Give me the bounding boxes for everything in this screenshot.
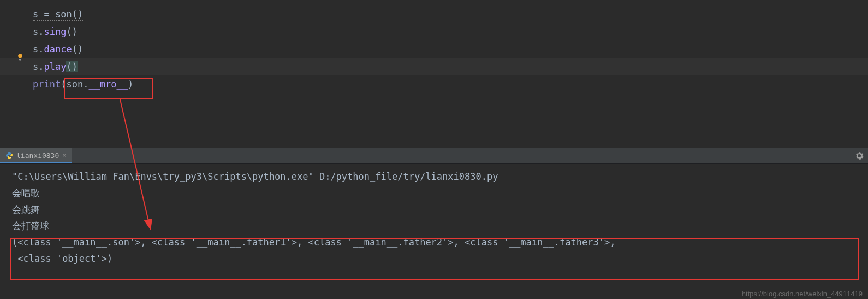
parens: () (72, 44, 83, 55)
dot: . (38, 61, 44, 72)
svg-rect-1 (20, 60, 21, 61)
operator: = (38, 9, 55, 20)
method: sing (44, 26, 67, 37)
parens: () (66, 26, 77, 37)
code-line[interactable]: s.dance() (33, 40, 868, 58)
variable: s (33, 61, 38, 72)
method: play (44, 61, 67, 72)
dot: . (38, 26, 44, 37)
run-tab-bar: lianxi0830 × (0, 148, 868, 164)
parens: () (72, 9, 83, 20)
code-line[interactable]: s = son() (33, 5, 868, 23)
call: son (55, 9, 72, 20)
console-output: 会打篮球 (12, 218, 856, 234)
console-pane[interactable]: "C:\Users\William Fan\Envs\try_py3\Scrip… (0, 164, 868, 299)
gear-icon[interactable] (855, 151, 864, 162)
tab-label: lianxi0830 (16, 151, 59, 160)
console-output: 会跳舞 (12, 201, 856, 218)
paren-right: ) (72, 61, 78, 72)
code-line[interactable]: s.sing() (33, 23, 868, 40)
svg-point-2 (8, 153, 8, 153)
paren-left: ( (66, 61, 72, 72)
builtin-call: print (33, 79, 61, 90)
code-line[interactable]: print(son.__mro__) (33, 75, 868, 93)
variable: s (33, 44, 38, 55)
method: dance (44, 44, 72, 55)
annotation-box (10, 238, 859, 280)
console-output: 会唱歌 (12, 185, 856, 201)
run-tab[interactable]: lianxi0830 × (0, 148, 72, 163)
console-output: "C:\Users\William Fan\Envs\try_py3\Scrip… (12, 168, 856, 185)
intention-bulb-icon[interactable] (16, 52, 24, 60)
close-icon[interactable]: × (62, 151, 66, 159)
dot: . (38, 44, 44, 55)
annotation-box (64, 78, 153, 99)
variable: s (33, 26, 38, 37)
variable: s (33, 9, 38, 20)
svg-rect-0 (19, 59, 21, 60)
python-icon (5, 151, 13, 159)
editor-pane[interactable]: s = son() s.sing() s.dance() s.play() pr… (0, 0, 868, 148)
watermark: https://blog.csdn.net/weixin_44911419 (742, 290, 863, 298)
svg-point-3 (10, 157, 10, 158)
